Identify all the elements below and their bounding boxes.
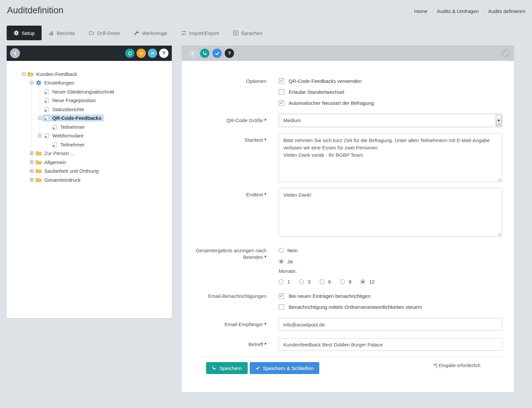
expand-toggle-icon[interactable] — [30, 160, 34, 164]
checkbox[interactable] — [279, 89, 284, 95]
refresh-tree-button[interactable] — [125, 49, 134, 58]
back-button[interactable] — [188, 49, 197, 58]
tree-help-button[interactable] — [159, 49, 168, 58]
checkbox[interactable] — [279, 100, 284, 106]
radio-button[interactable] — [299, 279, 304, 284]
breadcrumb-separator: / — [483, 8, 484, 14]
wrench-icon — [134, 30, 139, 36]
bar-chart-icon — [49, 30, 54, 36]
checkbox-label: Bei neuen Einträgen benachrichtigen — [289, 293, 371, 299]
monate-option-12: 12 — [360, 279, 375, 285]
breadcrumb-audits-definieren[interactable]: Audits definieren — [488, 8, 525, 14]
curved-save-arrow-icon — [202, 51, 207, 56]
radio-button[interactable] — [279, 259, 284, 264]
collapse-toggle-icon[interactable] — [22, 72, 26, 76]
expand-arrows-icon — [504, 51, 508, 56]
radio-button[interactable] — [340, 279, 345, 284]
breadcrumb-audits-umfragen[interactable]: Audits & Umfragen — [437, 8, 479, 14]
tree-item-allgemein[interactable]: Allgemein — [7, 158, 172, 167]
tree-item-statusberichte[interactable]: Statusberichte — [7, 105, 172, 114]
option-bei-neuen-eintraegen: Bei neuen Einträgen benachrichtigen — [279, 293, 502, 299]
endtext-textarea[interactable]: Vielen Dank! — [279, 188, 502, 237]
tab-label: Werkzeuge — [142, 30, 167, 36]
expand-toggle-icon[interactable] — [30, 169, 34, 173]
save-toolbar-button[interactable] — [200, 49, 209, 58]
email-benachrichtigungen-label: Email-Benachrichtigungen — [182, 293, 266, 310]
collapse-toggle-icon[interactable] — [30, 81, 34, 85]
tree-item-teilnehmer[interactable]: Teilnehmer — [7, 122, 172, 131]
form-help-button[interactable] — [225, 49, 234, 58]
monate-option-6: 6 — [320, 279, 331, 285]
breadcrumb: Home / Audits & Umfragen / Audits defini… — [414, 8, 525, 14]
tree-item-neuer-gliederungsabschnitt[interactable]: Neuer Gliederungsabschnitt — [7, 87, 172, 96]
doc-gear-icon — [44, 133, 50, 138]
radio-button[interactable] — [279, 279, 284, 284]
expand-toggle-icon[interactable] — [30, 178, 34, 182]
radio-button[interactable] — [360, 279, 365, 284]
monate-option-1: 1 — [279, 279, 290, 285]
checkbox[interactable] — [279, 78, 284, 84]
collapse-all-button[interactable] — [148, 49, 157, 58]
doc-gear-icon — [52, 124, 58, 130]
tab-setup[interactable]: Setup — [7, 26, 42, 40]
tree-item-teilnehmer[interactable]: Teilnehmer — [7, 140, 172, 149]
monate-label: Monate: — [279, 268, 502, 274]
expand-toggle-icon[interactable] — [30, 151, 34, 155]
tree-item-label: Zur Person ... — [44, 150, 75, 156]
checkbox[interactable] — [279, 304, 284, 310]
chevron-left-icon — [13, 51, 18, 56]
breadcrumb-home[interactable]: Home — [414, 8, 427, 14]
checkbox-label: Benachrichtigung mittels Ordnerverantwor… — [289, 304, 422, 310]
tree-item-gesamteindruck[interactable]: Gesamteindruck — [7, 175, 172, 184]
tree-item-kunden-feedback[interactable]: Kunden-Feedback — [7, 70, 172, 79]
tree-item-webformulare[interactable]: Webformulare — [7, 131, 172, 140]
check-icon — [255, 366, 260, 370]
gesamtergebnis-option-ja: Ja — [279, 258, 502, 264]
email-empfaenger-input[interactable] — [279, 318, 502, 331]
starttext-label: Starttext* — [182, 133, 266, 183]
tree-item-label: Kunden-Feedback — [36, 71, 77, 77]
tree-item-zur-person[interactable]: Zur Person ... — [7, 149, 172, 158]
select-dropdown-arrow-icon[interactable] — [496, 115, 501, 126]
tree-item-qr-code-feedbacks[interactable]: QR-Code-Feedbacks — [7, 114, 172, 123]
apply-toolbar-button[interactable] — [212, 49, 222, 58]
radio-label: 6 — [328, 279, 331, 285]
betreff-input[interactable] — [279, 338, 502, 351]
tab-import-export[interactable]: Import/Export — [174, 26, 226, 40]
radio-label: Ja — [287, 259, 293, 264]
tree-toolbar — [7, 46, 172, 61]
tree-item-sauberkeit-und-ordnung[interactable]: Sauberkeit und Ordnung — [7, 167, 172, 176]
folder-open-icon — [28, 71, 34, 77]
chevron-down-icon — [139, 51, 144, 56]
tab-berichte[interactable]: Berichte — [42, 26, 82, 40]
form-toolbar — [182, 46, 514, 61]
tab-werkzeuge[interactable]: Werkzeuge — [127, 26, 174, 40]
tab-label: Setup — [22, 30, 35, 36]
form-panel: Optionen QR-Code-Feedbacks verwenden Erl… — [182, 46, 514, 392]
save-and-close-button[interactable]: Speichern & Schließen — [250, 362, 320, 374]
tree-item-label: Neuer Gliederungsabschnitt — [52, 89, 114, 95]
tree-item-label: Gesamteindruck — [44, 177, 81, 183]
starttext-textarea[interactable]: Bitte nehmen Sie sich kurz Zeit für die … — [279, 133, 502, 182]
checkbox[interactable] — [279, 293, 284, 299]
qr-size-select[interactable]: Medium — [279, 114, 502, 127]
curved-save-arrow-icon — [212, 366, 216, 370]
radio-button[interactable] — [320, 279, 325, 284]
tab-sprachen[interactable]: Sprachen — [226, 26, 269, 40]
collapse-toggle-icon[interactable] — [38, 134, 42, 137]
option-erlaube-standortwechsel: Erlaube Standortwechsel — [279, 89, 502, 95]
tab-drill-down[interactable]: Drill-Down — [82, 26, 127, 40]
fullscreen-button[interactable] — [501, 49, 510, 58]
tree-item-einstellungen[interactable]: Einstellungen — [7, 79, 172, 88]
collapse-toggle-icon[interactable] — [38, 116, 42, 120]
save-button[interactable]: Speichern — [206, 362, 248, 374]
folder-closed-icon — [36, 150, 42, 156]
radio-label: 12 — [369, 279, 375, 285]
expand-all-button[interactable] — [136, 49, 146, 58]
option-automatischer-neustart: Automatischer Neustart der Befragung — [279, 100, 502, 106]
tree-item-neue-frageposition[interactable]: Neue Frageposition — [7, 96, 172, 105]
collapse-panel-button[interactable] — [10, 48, 20, 58]
tree-item-label: Webformulare — [52, 133, 84, 138]
radio-button[interactable] — [279, 248, 284, 253]
save-button-label: Speichern — [219, 365, 242, 371]
